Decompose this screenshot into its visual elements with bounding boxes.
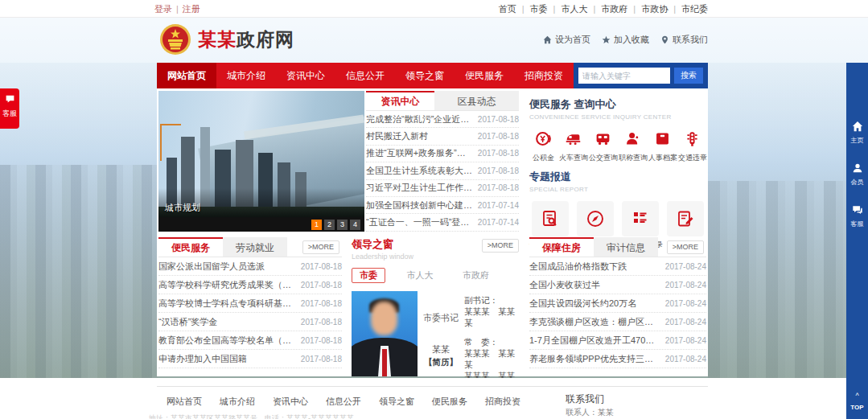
chat-icon <box>5 94 15 105</box>
tab-housing[interactable]: 保障住房 <box>529 237 594 257</box>
nav-item-news-center[interactable]: 资讯中心 <box>276 63 335 88</box>
national-emblem-icon <box>159 23 191 55</box>
news-row[interactable]: 完成整治“散乱污”企业近7万家2017-08-18 <box>366 111 519 128</box>
news-title: 习近平对卫生计生工作作出重要指示 <box>366 182 473 194</box>
footer-contact-person: 联系人：某某 <box>566 407 614 418</box>
convenience-row[interactable]: 国家公派出国留学人员选派2017-08-18 <box>158 257 342 276</box>
news-date: 2017-08-18 <box>478 115 519 124</box>
tab-shirenda[interactable]: 市人大 <box>398 268 441 283</box>
item-date: 2017-08-24 <box>665 262 706 271</box>
gov-link-home[interactable]: 首页 <box>499 4 516 14</box>
back-to-top-button[interactable]: ^ TOP <box>846 393 868 413</box>
convenience-more-button[interactable]: >MORE <box>302 240 339 254</box>
nav-item-home[interactable]: 网站首页 <box>157 63 216 88</box>
convenience-row[interactable]: 教育部公布全国高等学校名单（最新）2017-08-18 <box>158 331 342 350</box>
nav-item-investment[interactable]: 招商投资 <box>514 63 574 88</box>
leadership-header: 领导之窗 Leadership window >MORE <box>352 237 519 261</box>
news-row[interactable]: “五证合一、一照一码”登记制度改革的通知2017-07-14 <box>366 214 519 231</box>
rail-service-button[interactable]: 客服 <box>851 204 864 228</box>
crane-shape <box>160 124 162 161</box>
housing-row[interactable]: 1-7月全国棚户区改造开工470万套2017-08-24 <box>529 331 706 350</box>
housing-row[interactable]: 全国共设四级河长约20万名2017-08-24 <box>529 294 706 313</box>
item-title: 国家公派出国留学人员选派 <box>158 261 265 273</box>
item-title: 高等学校科学研究优秀成果奖（科学技术） <box>158 279 296 291</box>
footer-link-info-disclosure[interactable]: 信息公开 <box>326 396 361 408</box>
convenience-row[interactable]: “汉语桥”奖学金2017-08-18 <box>158 313 342 331</box>
footer-divider <box>157 386 708 387</box>
set-homepage-link[interactable]: 设为首页 <box>543 34 590 46</box>
leader-resume-link[interactable]: 【简历】 <box>418 357 464 368</box>
item-title: 李克强谈棚户区改造：棚户区是历史欠账。 <box>529 316 660 328</box>
housing-row[interactable]: 全国小麦收获过半2017-08-24 <box>529 276 706 294</box>
nav-item-info-disclosure[interactable]: 信息公开 <box>335 63 395 88</box>
nav-item-leadership[interactable]: 领导之窗 <box>395 63 455 88</box>
nav-item-city-intro[interactable]: 城市介绍 <box>216 63 276 88</box>
service-traffic-violation[interactable]: 交通违章 <box>678 130 706 163</box>
login-link[interactable]: 登录 <box>154 4 172 14</box>
tab-shizhengfu[interactable]: 市政府 <box>455 268 497 283</box>
news-row[interactable]: 加强全国科技创新中心建设总体方案的通知2017-07-14 <box>366 197 519 214</box>
carousel-page-1[interactable]: 1 <box>311 220 322 230</box>
auth-separator: | <box>176 4 179 14</box>
leadership-more-button[interactable]: >MORE <box>482 239 519 253</box>
tab-employment[interactable]: 劳动就业 <box>223 237 287 257</box>
footer-link-leadership[interactable]: 领导之窗 <box>379 396 414 408</box>
convenience-row[interactable]: 高等学校科学研究优秀成果奖（科学技术）2017-08-18 <box>158 276 342 294</box>
service-train[interactable]: 火车查询 <box>559 130 587 163</box>
housing-row[interactable]: 全国成品油价格指数下跌2017-08-24 <box>529 257 706 276</box>
footer: 网站首页 城市介绍 资讯中心 信息公开 领导之窗 便民服务 招商投资 联系我们 … <box>0 378 868 419</box>
tab-audit[interactable]: 审计信息 <box>594 237 658 257</box>
convenience-row[interactable]: 申请办理加入中国国籍2017-08-18 <box>158 350 342 368</box>
convenience-row[interactable]: 高等学校博士学科点专项科研基金申请2017-08-18 <box>158 294 342 313</box>
hero-carousel[interactable]: 城市规划 1 2 3 4 <box>158 91 364 232</box>
news-center-section: 资讯中心 区县动态 完成整治“散乱污”企业近7万家2017-08-18 村民搬迁… <box>366 91 519 232</box>
rail-member-button[interactable]: 会员 <box>851 162 864 187</box>
footer-link-home[interactable]: 网站首页 <box>167 396 202 408</box>
footer-contact-title: 联系我们 <box>566 392 604 406</box>
contact-us-link[interactable]: 联系我们 <box>660 34 708 46</box>
footer-link-public-service[interactable]: 便民服务 <box>432 396 467 408</box>
gov-link-shiwei[interactable]: 市委 <box>516 4 548 14</box>
register-link[interactable]: 注册 <box>183 4 200 14</box>
tab-shiwei[interactable]: 市委 <box>352 268 385 283</box>
rail-items: 主页 会员 客服 <box>846 121 868 228</box>
rail-home-button[interactable]: 主页 <box>851 121 864 145</box>
service-title-query[interactable]: 职称查询 <box>619 130 647 163</box>
carousel-page-2[interactable]: 2 <box>324 220 335 230</box>
housing-more-button[interactable]: >MORE <box>667 240 704 254</box>
service-bus[interactable]: 公交查询 <box>589 130 617 163</box>
service-personnel-files[interactable]: 人事档案 <box>648 130 677 163</box>
search-button[interactable]: 搜索 <box>674 68 703 84</box>
gov-link-shizhengxie[interactable]: 市政协 <box>627 4 668 14</box>
tab-district-news[interactable]: 区县动态 <box>434 91 519 110</box>
floating-service-tag[interactable]: 客服 <box>0 88 19 129</box>
footer-link-news-center[interactable]: 资讯中心 <box>273 396 308 408</box>
gov-link-shirenda[interactable]: 市人大 <box>548 4 588 14</box>
person-icon <box>624 130 641 147</box>
search-input[interactable] <box>578 68 670 84</box>
gov-link-shijiwei[interactable]: 市纪委 <box>668 4 708 14</box>
footer-link-investment[interactable]: 招商投资 <box>485 396 520 408</box>
news-row[interactable]: 推进“互联网+政务服务”，国务院这些举措2017-08-18 <box>366 146 519 162</box>
carousel-page-4[interactable]: 4 <box>350 220 360 230</box>
service-label: 火车查询 <box>559 153 587 163</box>
leadership-subtitle: Leadership window <box>352 253 519 261</box>
footer-link-city-intro[interactable]: 城市介绍 <box>220 396 255 408</box>
housing-row[interactable]: 养老服务领域PPP优先支持三大板块2017-08-24 <box>529 350 706 368</box>
add-favorite-link[interactable]: 加入收藏 <box>602 34 649 46</box>
carousel-page-3[interactable]: 3 <box>337 220 348 230</box>
housing-row[interactable]: 李克强谈棚户区改造：棚户区是历史欠账。2017-08-24 <box>529 313 706 331</box>
leader-portrait[interactable] <box>352 291 418 376</box>
service-fund[interactable]: 公积金 <box>529 130 557 163</box>
gov-link-shizhengfu[interactable]: 市政府 <box>587 4 627 14</box>
tab-news-center[interactable]: 资讯中心 <box>366 91 434 110</box>
news-row[interactable]: 习近平对卫生计生工作作出重要指示2017-08-18 <box>366 180 519 197</box>
doc-search-icon <box>541 209 560 228</box>
news-row[interactable]: 村民搬迁入新村2017-08-18 <box>366 128 519 145</box>
tab-convenience[interactable]: 便民服务 <box>158 237 223 257</box>
standing-row: 某某某 某某某 <box>464 347 519 370</box>
header-actions: 设为首页 加入收藏 联系我们 <box>543 34 708 46</box>
news-row[interactable]: 全国卫生计生系统表彰大会在京召开2017-08-18 <box>366 162 519 179</box>
site-logo[interactable]: 某某政府网 <box>159 23 294 55</box>
nav-item-public-service[interactable]: 便民服务 <box>455 63 514 88</box>
